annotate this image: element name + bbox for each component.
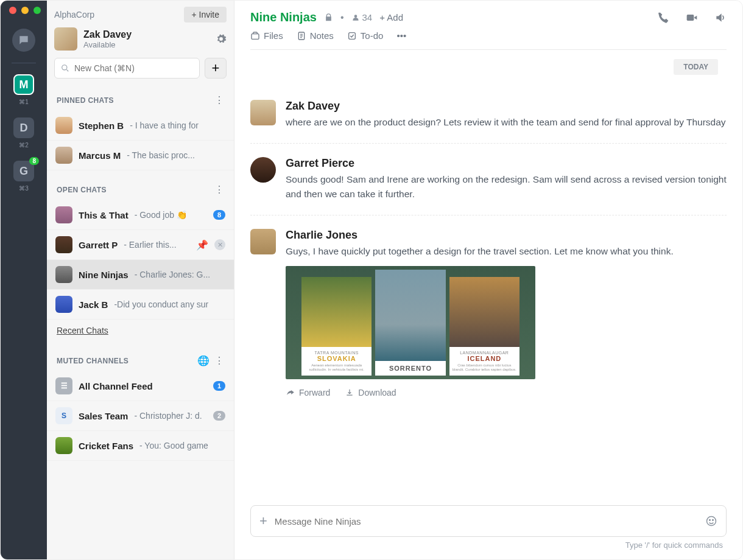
section-muted-label: MUTED CHANNELS [57, 357, 129, 365]
chat-main: Nine Ninjas • 34 + Add Files [234, 1, 742, 559]
search-input[interactable] [74, 63, 193, 73]
message-author: Charlie Jones [286, 229, 727, 242]
unread-badge: 1 [213, 381, 225, 391]
svg-point-6 [707, 517, 716, 526]
message: Garret Pierce Sounds good! Sam and Irene… [250, 144, 727, 215]
call-icon[interactable] [657, 12, 669, 24]
files-icon [250, 31, 260, 41]
composer-input[interactable] [275, 516, 698, 527]
close-chat-icon[interactable]: ✕ [214, 239, 225, 250]
emoji-icon[interactable] [705, 515, 717, 527]
chat-item-jack[interactable]: Jack B -Did you conduct any sur [47, 290, 234, 320]
profile-avatar[interactable] [54, 27, 77, 51]
pin-icon[interactable]: 📌 [196, 239, 208, 251]
message-author: Zak Davey [286, 100, 727, 113]
channel-all-feed[interactable]: ☰ All Channel Feed 1 [47, 371, 234, 401]
window-controls [1, 7, 41, 14]
speaker-icon[interactable] [714, 12, 727, 24]
notes-icon [297, 31, 306, 41]
message: Zak Davey where are we on the product de… [250, 86, 727, 144]
composer-hint: Type '/' for quick commands [250, 537, 727, 552]
pinned-menu-icon[interactable]: ⋮ [214, 94, 224, 106]
workspace-m[interactable]: M [13, 74, 34, 95]
workspace-g[interactable]: G 8 [13, 161, 34, 181]
message-author: Garret Pierce [286, 157, 727, 170]
profile-name: Zak Davey [83, 29, 132, 40]
chat-item-this-that[interactable]: This & That - Good job 👏 8 [47, 200, 234, 230]
member-count[interactable]: 34 [351, 12, 373, 23]
close-window[interactable] [9, 7, 16, 14]
muted-menu-icon[interactable]: ⋮ [214, 355, 224, 366]
video-icon[interactable] [685, 12, 699, 24]
channel-cricket[interactable]: Cricket Fans - You: Good game [47, 431, 234, 461]
new-chat-button[interactable]: + [205, 58, 227, 79]
invite-button[interactable]: + Invite [184, 7, 227, 23]
message-avatar[interactable] [250, 100, 276, 125]
tab-notes[interactable]: Notes [297, 30, 334, 41]
svg-point-8 [713, 520, 714, 521]
app-logo [12, 29, 35, 52]
minimize-window[interactable] [21, 7, 29, 14]
message-avatar[interactable] [250, 157, 276, 183]
chat-item-garrett[interactable]: Garrett P - Earlier this... 📌 ✕ [47, 230, 234, 260]
recent-chats-link[interactable]: Recent Chats [57, 326, 108, 335]
tab-files[interactable]: Files [250, 30, 283, 41]
person-icon [351, 13, 360, 22]
workspace-kbd-2: ⌘2 [19, 142, 29, 149]
svg-point-1 [354, 15, 357, 18]
message: Charlie Jones Guys, I have quickly put t… [250, 215, 727, 411]
workspace-badge: 8 [29, 157, 39, 165]
date-divider: TODAY [674, 59, 718, 75]
svg-point-7 [710, 520, 711, 521]
chat-item-marcus[interactable]: Marcus M - The basic proc... [47, 141, 234, 170]
section-pinned-label: PINNED CHATS [57, 96, 114, 105]
svg-rect-2 [687, 15, 694, 21]
message-text: Sounds good! Sam and Irene are working o… [286, 172, 727, 201]
lock-icon [324, 13, 333, 22]
svg-rect-5 [349, 32, 356, 39]
workspace-kbd-3: ⌘3 [19, 185, 29, 192]
tab-todo[interactable]: To-do [347, 30, 384, 41]
message-avatar[interactable] [250, 229, 276, 254]
settings-icon[interactable] [216, 33, 227, 44]
workspace-kbd-1: ⌘1 [19, 99, 29, 105]
chat-item-stephen[interactable]: Stephen B - I have a thing for [47, 111, 234, 141]
new-chat-search[interactable] [54, 58, 200, 79]
attachment-preview[interactable]: TATRA MOUNTAINSSLOVAKIAAenean elementum … [286, 266, 535, 379]
channel-title[interactable]: Nine Ninjas [250, 10, 317, 24]
forward-button[interactable]: Forward [286, 388, 330, 397]
todo-icon [347, 31, 357, 41]
globe-icon[interactable]: 🌐 [197, 355, 210, 366]
message-text: Guys, I have quickly put together a desi… [286, 244, 727, 259]
attach-icon[interactable]: + [259, 513, 267, 529]
section-open-label: OPEN CHATS [57, 186, 107, 194]
muted-badge: 2 [213, 411, 225, 421]
workspace-d[interactable]: D [13, 117, 34, 138]
channel-sales[interactable]: S Sales Team - Christopher J: d. 2 [47, 401, 234, 431]
search-icon [61, 64, 69, 72]
maximize-window[interactable] [33, 7, 41, 14]
message-text: where are we on the product design? Lets… [286, 115, 727, 130]
svg-rect-3 [252, 33, 259, 39]
chat-sidebar: AlphaCorp + Invite Zak Davey Available + [47, 1, 234, 559]
message-composer[interactable]: + [250, 505, 727, 537]
download-icon [345, 388, 354, 397]
message-list: Zak Davey where are we on the product de… [250, 50, 727, 505]
more-icon[interactable]: ••• [396, 30, 406, 41]
unread-badge: 8 [213, 210, 225, 220]
add-member-button[interactable]: + Add [379, 12, 403, 23]
chat-item-nine-ninjas[interactable]: Nine Ninjas - Charlie Jones: G... [47, 260, 234, 290]
org-name: AlphaCorp [54, 10, 94, 19]
profile-status[interactable]: Available [83, 40, 132, 49]
workspace-rail: M ⌘1 D ⌘2 G 8 ⌘3 [1, 1, 47, 559]
forward-icon [286, 388, 295, 397]
download-button[interactable]: Download [345, 388, 396, 397]
svg-point-0 [62, 65, 67, 70]
open-menu-icon[interactable]: ⋮ [214, 184, 224, 195]
